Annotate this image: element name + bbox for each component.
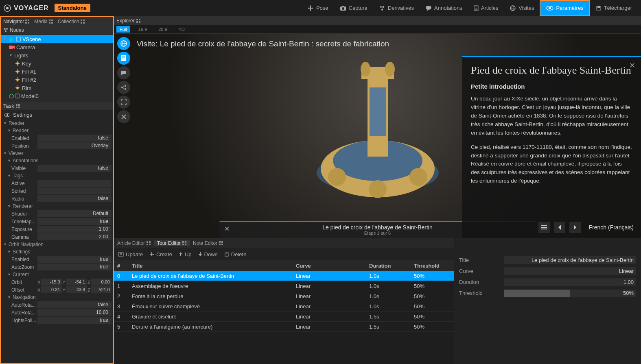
table-row[interactable]: 1Assemblage de l'oeuvreLinear1.0s50%	[114, 281, 454, 291]
share-button[interactable]	[117, 81, 130, 94]
menu-button[interactable]	[538, 222, 550, 233]
prop-value[interactable]: 10.00	[37, 309, 112, 316]
prop-row: ShaderDefault	[1, 210, 113, 218]
svg-rect-74	[139, 21, 140, 23]
topnav-capture[interactable]: Capture	[334, 0, 373, 16]
tree-lights[interactable]: ▼Lights	[1, 51, 113, 59]
prop-value[interactable]: 1.00	[37, 226, 112, 233]
doc-icon	[474, 5, 479, 11]
prop-subgroup[interactable]: ▼Renderer	[1, 203, 113, 210]
move-icon	[307, 5, 314, 11]
prop-value[interactable]: Overlay	[37, 142, 112, 149]
article-button[interactable]	[117, 52, 130, 65]
table-row[interactable]: 4Gravure et ciselureLinear1.5s50%	[114, 312, 454, 322]
bottom-panel: Article EditorTour EditorNote Editor Upd…	[114, 238, 641, 364]
prop-value[interactable]: false	[37, 195, 112, 202]
tree-model[interactable]: Model0	[1, 92, 113, 100]
prop-subgroup[interactable]: ▼Tags	[1, 172, 113, 179]
comment-button[interactable]	[117, 66, 130, 79]
svg-point-48	[16, 70, 19, 73]
topnav-pose[interactable]: Pose	[302, 0, 334, 16]
prop-value[interactable]: true	[37, 218, 112, 225]
table-row[interactable]: 0Le pied de croix de l'abbaye de Saint-B…	[114, 271, 454, 281]
toolbar-down-button[interactable]: Down	[198, 251, 218, 257]
topnav-derivatives[interactable]: Derivatives	[373, 0, 420, 16]
editor-tab-article-editor[interactable]: Article Editor	[114, 240, 154, 246]
prop-group[interactable]: ▼Reader	[1, 120, 113, 127]
prop-subgroup[interactable]: ▼Annotations	[1, 157, 113, 164]
aspect-4-3[interactable]: 4:3	[175, 26, 188, 33]
detail-threshold-slider[interactable]: 50%	[504, 290, 636, 297]
left-tab-collection[interactable]: Collection	[55, 19, 87, 24]
detail-duration-input[interactable]: 1.00	[504, 278, 636, 286]
viewer-3d[interactable]: Visite: Le pied de croix de l'abbaye de …	[114, 33, 641, 238]
toolbar-update-button[interactable]: Update	[118, 251, 143, 257]
editor-tab-tour-editor[interactable]: Tour Editor	[154, 240, 190, 246]
prop-value[interactable]: Default	[37, 210, 112, 217]
detail-title-input[interactable]: Le pied de croix de l'abbaye de Saint-Be…	[504, 256, 636, 264]
prop-value[interactable]: false	[37, 135, 112, 142]
aspect-Full[interactable]: Full	[116, 26, 130, 33]
download-button[interactable]: Télécharger	[590, 0, 638, 16]
globe-icon	[510, 5, 516, 11]
language-label[interactable]: French (Français)	[589, 224, 634, 231]
prop-row: Exposure1.00	[1, 225, 113, 233]
table-row[interactable]: 2Fonte à la cire perdueLinear1.0s50%	[114, 291, 454, 301]
editor-left: Article EditorTour EditorNote Editor Upd…	[114, 238, 454, 364]
prop-value[interactable]	[37, 180, 112, 187]
prop-group[interactable]: ▼Viewer	[1, 150, 113, 157]
step-close-button[interactable]: ✕	[224, 225, 230, 233]
next-button[interactable]	[569, 222, 581, 233]
topnav-visites[interactable]: Visites	[504, 0, 540, 16]
tree-light-fill2[interactable]: Fill #2	[1, 76, 113, 84]
left-tab-navigator[interactable]: Navigator	[1, 19, 32, 24]
prop-group[interactable]: ▼Orbit Navigation	[1, 241, 113, 248]
tree-light-key[interactable]: Key	[1, 59, 113, 68]
prop-subgroup[interactable]: ▼Current	[1, 271, 113, 278]
svg-rect-123	[225, 253, 228, 256]
fullscreen-button[interactable]	[117, 96, 130, 109]
prop-value[interactable]: false	[37, 301, 112, 308]
aspect-16-9[interactable]: 16:9	[135, 26, 150, 33]
topnav-annotations[interactable]: Annotations	[420, 0, 468, 16]
svg-point-4	[342, 7, 344, 10]
tree-light-fill1[interactable]: Fill #1	[1, 68, 113, 76]
grid-icon	[16, 104, 20, 108]
prop-subgroup[interactable]: ▼Navigation	[1, 294, 113, 301]
svg-rect-115	[219, 244, 221, 245]
left-tab-media[interactable]: Media	[32, 19, 55, 24]
prop-value[interactable]: true	[37, 317, 112, 324]
prop-value[interactable]: true	[37, 264, 112, 270]
editor-tab-note-editor[interactable]: Note Editor	[190, 240, 226, 246]
detail-curve-select[interactable]: Linear	[504, 267, 636, 275]
toolbar-delete-button[interactable]: Delete	[224, 251, 247, 257]
topnav-paramètres[interactable]: Paramètres	[540, 0, 590, 16]
prev-button[interactable]	[554, 222, 565, 233]
toolbar-up-button[interactable]: Up	[179, 251, 192, 257]
language-button[interactable]	[117, 37, 130, 50]
topnav-articles[interactable]: Articles	[468, 0, 504, 16]
camera-icon	[9, 45, 15, 50]
prop-value[interactable]: 2.00	[37, 233, 112, 240]
article-nav: French (Français)	[538, 222, 634, 233]
prop-value[interactable]: true	[37, 256, 112, 263]
editor-tabs: Article EditorTour EditorNote Editor	[114, 238, 454, 248]
svg-point-58	[16, 87, 19, 89]
table-row[interactable]: 3Émaux sur cuivre champlevéLinear1.0s50%	[114, 301, 454, 312]
aspect-20-9[interactable]: 20:9	[155, 26, 170, 33]
tools-button[interactable]	[117, 110, 130, 123]
prop-subgroup[interactable]: ▼Reader	[1, 127, 113, 134]
tour-table: # Title Curve Duration Threshold 0Le pie…	[114, 260, 454, 364]
prop-value[interactable]: false	[37, 165, 112, 172]
settings-header: Settings	[1, 110, 113, 120]
toolbar-create-button[interactable]: Create	[149, 251, 172, 257]
tree-light-rim[interactable]: Rim	[1, 84, 113, 92]
article-close-button[interactable]: ✕	[629, 61, 635, 70]
prop-value[interactable]	[37, 187, 112, 194]
svg-rect-108	[149, 244, 151, 245]
grid-icon	[147, 241, 151, 245]
tree-scene[interactable]: ▼▦VScene	[1, 35, 113, 43]
table-row[interactable]: 5Dorure à l'amalgame (au mercure)Linear1…	[114, 322, 454, 332]
prop-subgroup[interactable]: ▼Settings	[1, 248, 113, 255]
tree-camera[interactable]: Camera	[1, 43, 113, 51]
